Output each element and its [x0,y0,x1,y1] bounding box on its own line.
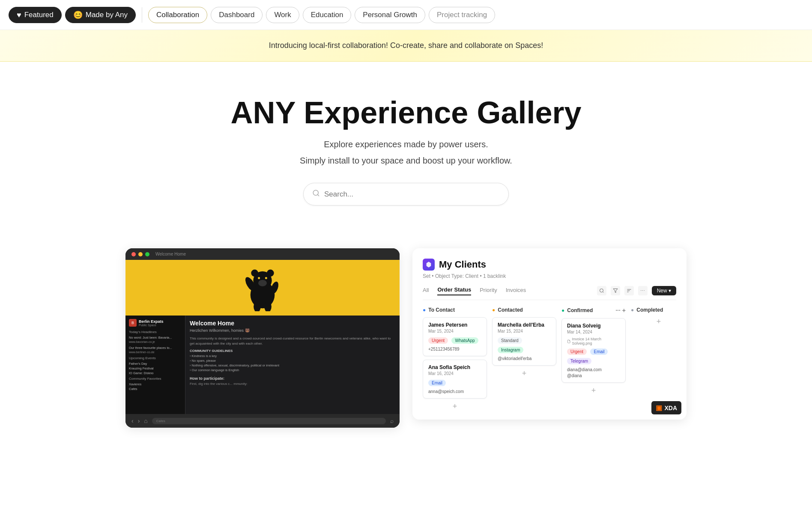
add-confirmed[interactable]: + [561,386,626,395]
sort-action[interactable] [624,286,634,295]
nav-personal-growth[interactable]: Personal Growth [355,7,425,23]
filter-icon [613,288,618,293]
hero-subtitle-1: Explore experiences made by power users. [9,137,803,151]
card-invoice-ref: Invoice 14 March Solveig.png [567,337,620,345]
hero-title: ANY Experience Gallery [9,96,803,130]
kanban-card-marchella[interactable]: Marchella dell'Erba Mar 15, 2024 Standar… [492,317,556,366]
card-main-content: Welcome Home Herzlichen Wilkommen, homie… [185,316,400,414]
search-box[interactable] [303,183,509,205]
nav-collaboration-label: Collaboration [156,11,199,19]
col-add-icon[interactable]: + [622,307,626,314]
toolbar-forward[interactable]: › [138,417,140,424]
search-icon [312,189,320,199]
sidebar-fav-2: Cafés [129,387,182,391]
sidebar-fav-1: Xavieres [129,382,182,386]
navigation-bar: ♥ Featured 😊 Made by Any Collaboration D… [0,0,812,30]
tag-whatsapp-james: WhatsApp [451,337,478,344]
col-header-contacted: ● Contacted [492,307,556,313]
tag-instagram-marchella: Instagram [498,347,523,353]
sidebar-section-favorites: Community Favorites [129,377,182,381]
nav-made-by-any[interactable]: 😊 Made by Any [65,7,136,23]
nav-project-tracking[interactable]: Project tracking [429,7,495,23]
card-contact-james: +251123456789 [428,347,481,351]
kanban-card-diana[interactable]: Diana Solveig Mar 14, 2024 Invoice 14 Ma… [561,318,626,383]
card-sidebar: B Berlin Expats Public Space Today's Hea… [125,316,185,414]
filter-action[interactable] [611,286,620,295]
dot-red [131,252,136,256]
nav-dashboard[interactable]: Dashboard [211,7,263,23]
kanban-card-ana[interactable]: Ana Sofia Speich Mar 16, 2024 Email anna… [423,360,487,399]
col-status-dot-blue: ● [423,307,426,313]
search-input[interactable] [324,190,500,199]
sort-icon [627,288,632,293]
announcement-banner[interactable]: Introducing local-first collaboration! C… [0,30,812,62]
card-date-james: Mar 15, 2024 [428,329,481,333]
guidelines-title: COMMUNITY GUIDELINES [190,349,395,353]
card-contact-marchella: @viktoriadell'erba [498,356,551,361]
tab-priority[interactable]: Priority [480,287,497,295]
sidebar-headline-2: Our three favourite places to... [129,346,182,350]
card-hero-image [125,260,400,316]
sidebar-headline-2-url: www.berliner-co.de [129,351,182,354]
guidelines-section: COMMUNITY GUIDELINES › Kindness is a key… [190,349,395,372]
svg-point-10 [258,280,267,286]
col-label-confirmed: Confirmed [567,307,593,313]
berlin-community-card[interactable]: Welcome Home [125,248,400,428]
sidebar-brand: B Berlin Expats Public Space [129,319,182,327]
search-container [9,183,803,214]
sidebar-event-3: IO Game: Diskno [129,371,182,375]
tab-invoices[interactable]: Invoices [506,287,526,295]
sidebar-event-2: Krauzing Festival [129,366,182,370]
search-action[interactable] [597,286,606,295]
tab-search-icon [599,288,604,293]
kanban-board: ● To Contact James Petersen Mar 15, 2024… [423,307,676,411]
heart-icon: ♥ [17,11,21,19]
add-contacted[interactable]: + [492,369,556,378]
kanban-card-james[interactable]: James Petersen Mar 15, 2024 Urgent Whats… [423,317,487,356]
nav-made-by-any-label: Made by Any [86,11,128,19]
nav-collaboration[interactable]: Collaboration [148,7,207,23]
tab-all[interactable]: All [423,287,429,295]
tab-order-status[interactable]: Order Status [437,286,471,295]
guideline-1: › Kindness is a key [190,354,395,358]
tag-email-diana: Email [590,348,608,355]
clients-logo-icon [425,261,432,268]
nav-dashboard-label: Dashboard [219,11,254,19]
sidebar-brand-name: Berlin Expats [139,319,164,324]
col-status-dot-gray: ● [631,307,634,313]
sidebar-section-events: Upcoming Events [129,356,182,360]
svg-marker-15 [613,289,618,293]
add-completed[interactable]: + [631,317,676,326]
new-button[interactable]: New ▾ [652,286,676,295]
my-clients-card[interactable]: My Clients Set • Object Type: Client • 1… [412,248,687,420]
col-label-contacted: Contacted [498,307,523,313]
svg-point-5 [267,270,274,277]
nav-education[interactable]: Education [303,7,352,23]
nav-work[interactable]: Work [266,7,299,23]
clients-logo [423,259,435,271]
view-action[interactable]: ⋯ [638,286,648,295]
toolbar-home[interactable]: ⌂ [144,417,147,424]
svg-point-13 [600,289,603,292]
tab-actions: ⋯ New ▾ [597,286,676,295]
xda-label: XDA [664,405,677,411]
card-date-diana: Mar 14, 2024 [567,330,620,334]
toolbar-back[interactable]: ‹ [131,417,134,424]
welcome-subtitle: Herzlichen Wilkommen, homies 🐻 [190,328,395,333]
banner-text: Introducing local-first collaboration! C… [269,41,543,50]
svg-point-11 [258,277,260,279]
svg-point-4 [251,270,258,277]
add-to-contact[interactable]: + [423,402,487,411]
tag-urgent-diana: Urgent [567,348,587,355]
col-status-dot-green: ● [561,307,564,313]
nav-featured[interactable]: ♥ Featured [9,7,62,23]
nav-education-label: Education [311,11,343,19]
col-header-completed: ● Completed [631,307,676,313]
card-topbar: Welcome Home [125,248,400,260]
col-more-icon[interactable]: ··· [615,307,621,314]
clients-tabs: All Order Status Priority Invoices [423,286,676,300]
welcome-title: Welcome Home [190,320,395,327]
kanban-col-to-contact: ● To Contact James Petersen Mar 15, 2024… [423,307,487,411]
sidebar-event-1: Father's Day [129,362,182,366]
hero-subtitle-2: Simply install to your space and boost u… [9,154,803,167]
